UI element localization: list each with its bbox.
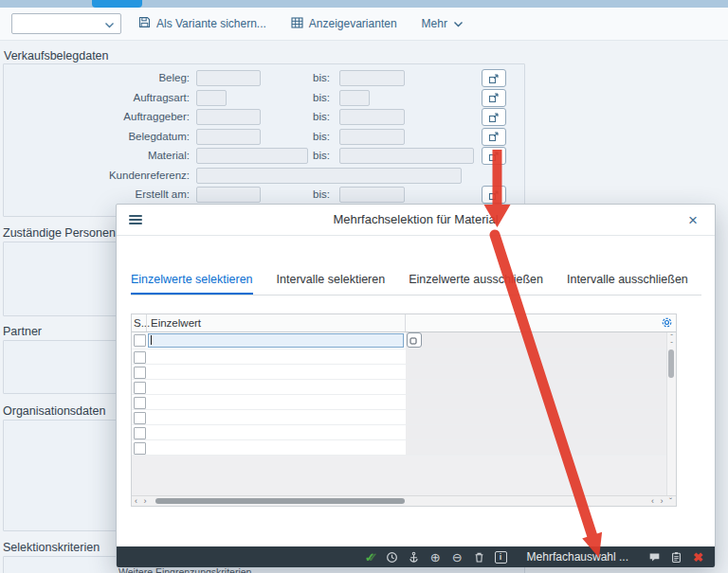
display-variants-button[interactable]: Anzeigevarianten xyxy=(291,17,397,31)
display-variants-label: Anzeigevarianten xyxy=(309,17,397,30)
bis-label: bis: xyxy=(305,89,330,107)
more-label: Mehr xyxy=(422,17,447,30)
auftragsart-field[interactable] xyxy=(196,90,227,106)
form-row: Auftragsart:bis: xyxy=(0,89,531,107)
cancel-icon[interactable]: ✖ xyxy=(692,549,704,564)
text-caret xyxy=(151,335,152,345)
auftragsart-bis-field[interactable] xyxy=(339,90,370,106)
table-body xyxy=(132,332,667,456)
bis-label: bis: xyxy=(305,186,330,204)
tab-einzelwerte-selektieren[interactable]: Einzelwerte selektieren xyxy=(131,273,253,295)
comment-icon[interactable] xyxy=(648,549,661,564)
multi-selection-icon-button-auftragsart[interactable] xyxy=(482,89,506,107)
close-icon[interactable]: × xyxy=(682,208,703,233)
row-select-cell[interactable] xyxy=(134,397,146,409)
multi-selection-dialog: Mehrfachselektion für Material × Einzelw… xyxy=(116,204,716,566)
material-field[interactable] xyxy=(196,148,308,164)
multi-select-button[interactable]: Mehrfachauswahl ... xyxy=(521,549,634,564)
belegdatum-field[interactable] xyxy=(196,129,261,145)
row-select-cell[interactable] xyxy=(134,427,146,439)
bis-label: bis: xyxy=(305,69,330,87)
grid-icon xyxy=(291,17,303,31)
table-row xyxy=(132,332,667,349)
form-row: Beleg:bis: xyxy=(0,69,531,87)
bis-label: bis: xyxy=(305,108,330,126)
field-label-erstelltam: Erstellt am: xyxy=(0,186,190,204)
save-variant-label: Als Variante sichern... xyxy=(156,17,266,30)
field-label-material: Material: xyxy=(0,147,190,165)
beleg-field[interactable] xyxy=(196,70,261,86)
row-select-cell[interactable] xyxy=(134,412,146,424)
beleg-bis-field[interactable] xyxy=(339,70,405,86)
section-title-verkaufsbelegdaten: Verkaufsbelegdaten xyxy=(4,49,109,63)
auftraggeber-field[interactable] xyxy=(196,109,261,125)
multi-selection-icon-button-auftraggeber[interactable] xyxy=(482,108,506,126)
info-icon[interactable]: i xyxy=(495,549,507,564)
kundenreferenz-field[interactable] xyxy=(196,168,462,184)
table-row xyxy=(132,395,667,410)
section-title-selektionskriterien: Selektionskriterien xyxy=(3,541,100,554)
field-label-kundenreferenz: Kundenreferenz: xyxy=(0,167,190,185)
table-header: S... Einzelwert xyxy=(132,314,676,332)
multi-selection-icon-button-material[interactable] xyxy=(482,147,506,165)
multi-selection-icon-button-beleg[interactable] xyxy=(482,69,506,87)
horizontal-scroll-thumb[interactable] xyxy=(155,498,405,504)
vertical-scroll-thumb[interactable] xyxy=(668,349,674,378)
tab-intervalle-selektieren[interactable]: Intervalle selektieren xyxy=(277,273,386,295)
vertical-scrollbar[interactable]: ˆ ˇ xyxy=(666,332,676,497)
multi-selection-icon-button-erstelltam[interactable] xyxy=(482,186,506,204)
tab-separator xyxy=(131,295,701,295)
form-row: Auftraggeber:bis: xyxy=(0,108,531,126)
save-icon xyxy=(138,16,151,31)
remove-row-icon[interactable]: ⊖ xyxy=(451,549,464,564)
field-label-auftraggeber: Auftraggeber: xyxy=(0,108,190,126)
column-header-s: S... xyxy=(134,314,150,331)
erstelltam-bis-field[interactable] xyxy=(339,187,405,203)
section-title-organisationsdaten: Organisationsdaten xyxy=(3,404,105,418)
application-toolbar: Als Variante sichern... Anzeigevarianten… xyxy=(0,8,728,41)
single-value-input[interactable] xyxy=(148,333,404,348)
table-row xyxy=(132,365,667,380)
form-row: Kundenreferenz: xyxy=(0,167,531,185)
form-row: Belegdatum:bis: xyxy=(0,128,531,146)
belegdatum-bis-field[interactable] xyxy=(339,129,405,145)
clipped-bottom-text: Weitere Eingrenzungskriterien xyxy=(118,566,251,573)
tab-intervalle-ausschlie-en[interactable]: Intervalle ausschließen xyxy=(567,273,688,295)
material-bis-field[interactable] xyxy=(339,148,474,164)
erstelltam-field[interactable] xyxy=(196,187,261,203)
row-select-cell[interactable] xyxy=(134,382,146,394)
clock-icon[interactable] xyxy=(386,549,398,564)
add-row-icon[interactable]: ⊕ xyxy=(429,549,442,564)
chevron-down-icon xyxy=(453,17,464,30)
top-strip xyxy=(0,0,728,8)
multi-selection-icon-button-belegdatum[interactable] xyxy=(482,128,506,146)
column-header-einzelwert: Einzelwert xyxy=(151,314,201,331)
delete-all-icon[interactable] xyxy=(473,549,485,564)
row-select-cell[interactable] xyxy=(134,442,146,455)
gear-icon[interactable] xyxy=(661,315,673,332)
section-title-zustaendige-personen: Zuständige Personen xyxy=(3,226,116,240)
scroll-left-right-icons[interactable]: ‹ › xyxy=(135,496,149,506)
value-help-copy-icon[interactable] xyxy=(407,332,422,348)
row-select-cell[interactable] xyxy=(134,334,146,347)
tab-strip: Einzelwerte selektierenIntervalle selekt… xyxy=(131,273,688,295)
auftraggeber-bis-field[interactable] xyxy=(339,109,405,125)
row-select-cell[interactable] xyxy=(134,367,146,379)
save-variant-button[interactable]: Als Variante sichern... xyxy=(138,16,266,31)
variant-select[interactable] xyxy=(11,13,121,34)
paste-icon[interactable] xyxy=(670,549,682,564)
dialog-header: Mehrfachselektion für Material × xyxy=(117,205,715,236)
more-button[interactable]: Mehr xyxy=(422,17,464,30)
bis-label: bis: xyxy=(305,128,330,146)
table-row xyxy=(132,410,667,425)
single-values-table: S... Einzelwert ˆ ˇ ‹ › ‹ › ˇ xyxy=(131,313,677,507)
scroll-down-icon[interactable]: ˇ xyxy=(667,341,676,349)
accept-icon[interactable]: ✓ xyxy=(364,549,376,564)
header-tab-remnant xyxy=(92,0,142,8)
tab-einzelwerte-ausschlie-en[interactable]: Einzelwerte ausschließen xyxy=(409,273,543,295)
row-select-cell[interactable] xyxy=(134,351,146,364)
horizontal-scrollbar[interactable]: ‹ › ‹ › ˇ xyxy=(132,495,676,506)
form-row: Material:bis: xyxy=(0,147,531,165)
scroll-corner-icons[interactable]: ‹ › ˇ xyxy=(651,496,674,506)
anchor-icon[interactable] xyxy=(408,549,420,564)
